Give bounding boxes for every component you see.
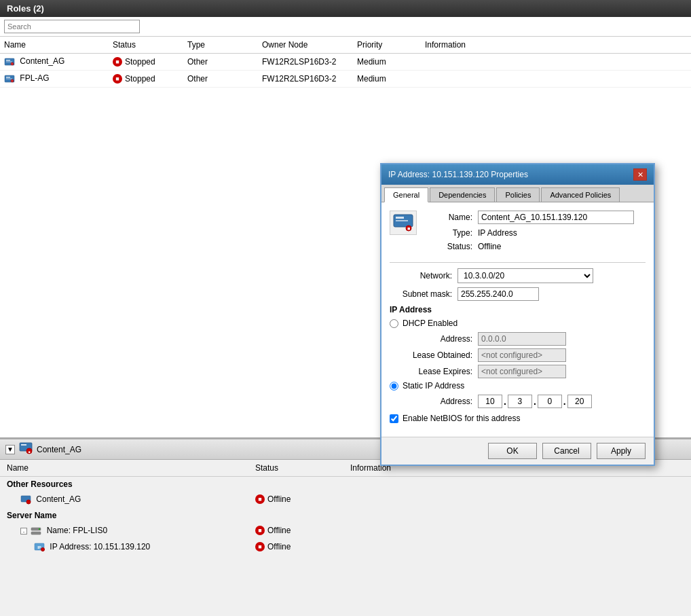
col-header-type: Type — [183, 39, 258, 51]
lease-expires-row: Lease Expires: — [390, 365, 646, 378]
static-address-row: Address: . . . — [390, 395, 646, 408]
tab-general[interactable]: General — [384, 187, 428, 202]
name-row: Name: — [424, 211, 634, 224]
ip-address-name: IP IP Address: 10.151.139.120 — [0, 541, 251, 554]
dialog-tabs: General Dependencies Policies Advanced P… — [381, 185, 654, 202]
row1-owner: FW12R2LSP16D3-2 — [258, 56, 353, 68]
col-header-name: Name — [0, 39, 109, 51]
dialog-fields: Name: Type: IP Address Status: Offline — [424, 211, 634, 255]
col-header-info: Information — [421, 39, 691, 51]
row2-info — [421, 77, 691, 80]
table-row[interactable]: ! FPL-AG ■ Stopped Other FW12R2LSP16D3-2… — [0, 71, 691, 88]
row1-type: Other — [183, 56, 258, 68]
stop-icon: ■ — [113, 74, 122, 84]
svg-point-28 — [41, 548, 45, 551]
dialog-icon-row: ■ Name: Type: IP Address Status: Offline — [390, 211, 646, 255]
table-header: Name Status Type Owner Node Priority Inf… — [0, 37, 691, 54]
close-button[interactable]: ✕ — [633, 168, 647, 181]
ip-input-group: . . . — [478, 395, 592, 408]
dialog-title-bar: IP Address: 10.151.139.120 Properties ✕ — [381, 164, 654, 185]
apply-button[interactable]: Apply — [597, 443, 646, 459]
ip-dot-2: . — [534, 396, 536, 407]
server-icon — [31, 526, 46, 535]
subnet-label: Subnet mask: — [390, 289, 457, 299]
expand-button[interactable]: ▼ — [5, 445, 15, 454]
other-resources-header: Other Resources — [0, 477, 691, 492]
subnet-row: Subnet mask: — [390, 287, 646, 301]
bottom-row-content-ag[interactable]: Content_AG ■ Offline — [0, 492, 691, 508]
svg-text:■: ■ — [28, 450, 30, 454]
cancel-button[interactable]: Cancel — [542, 443, 591, 459]
col-header-owner: Owner Node — [258, 39, 353, 51]
ip-address-info — [346, 545, 691, 548]
bottom-row-ip-address[interactable]: IP IP Address: 10.151.139.120 ■ Offline — [0, 539, 691, 556]
svg-text:IP: IP — [37, 545, 41, 549]
netbios-row: Enable NetBIOS for this address — [390, 414, 646, 423]
status-row: Status: Offline — [424, 242, 634, 251]
table-row[interactable]: ! Content_AG ■ Stopped Other FW12R2LSP16… — [0, 54, 691, 71]
address-label: Address: — [403, 334, 478, 344]
dhcp-row: DHCP Enabled — [390, 319, 646, 328]
bottom-row-fpl-lis0[interactable]: - Name: FPL-LIS0 ■ Offline — [0, 523, 691, 539]
tab-advanced-policies[interactable]: Advanced Policies — [541, 187, 620, 202]
stop-icon-sm: ■ — [255, 494, 265, 504]
static-radio[interactable] — [390, 382, 398, 391]
dhcp-address-input[interactable] — [478, 332, 566, 346]
name-label: Name: — [424, 213, 478, 222]
type-value: IP Address — [478, 228, 517, 238]
ip-icon: IP — [34, 542, 50, 551]
dialog-footer: OK Cancel Apply — [381, 437, 654, 465]
lease-expires-input[interactable] — [478, 365, 566, 378]
subnet-input[interactable] — [457, 287, 539, 301]
address-row: Address: — [390, 332, 646, 346]
type-label: Type: — [424, 228, 478, 238]
svg-text:■: ■ — [407, 226, 410, 231]
tab-policies[interactable]: Policies — [496, 187, 540, 202]
bottom-title: Content_AG — [37, 445, 81, 454]
panel-title: Roles (2) — [7, 3, 44, 14]
dialog-title: IP Address: 10.151.139.120 Properties — [388, 170, 528, 179]
static-address-label: Address: — [403, 397, 478, 406]
dhcp-label: DHCP Enabled — [403, 319, 457, 328]
bottom-col-name: Name — [0, 462, 251, 474]
dhcp-radio[interactable] — [390, 319, 398, 328]
lease-obtained-row: Lease Obtained: — [390, 348, 646, 362]
network-row: Network: 10.3.0.0/20 — [390, 268, 646, 283]
fpl-lis0-info — [346, 529, 691, 532]
svg-text:!: ! — [12, 62, 12, 66]
svg-text:!: ! — [12, 79, 12, 83]
svg-rect-1 — [6, 60, 10, 61]
ip-octet-4[interactable] — [567, 395, 592, 408]
ok-button[interactable]: OK — [488, 443, 537, 459]
resource-icon: ■ — [390, 211, 417, 235]
row2-type: Other — [183, 73, 258, 85]
row1-priority: Medium — [353, 56, 421, 68]
netbios-checkbox[interactable] — [390, 414, 398, 423]
resource-icon-sm — [20, 494, 36, 504]
ip-dot-1: . — [504, 396, 506, 407]
svg-rect-24 — [31, 532, 41, 535]
bottom-col-status: Status — [251, 462, 346, 474]
ip-octet-1[interactable] — [478, 395, 502, 408]
search-input[interactable] — [4, 20, 140, 33]
network-select[interactable]: 10.3.0.0/20 — [457, 268, 593, 283]
svg-point-20 — [26, 500, 31, 504]
ip-octet-3[interactable] — [538, 395, 562, 408]
row2-priority: Medium — [353, 73, 421, 85]
row1-name: ! Content_AG — [0, 55, 109, 69]
fpl-lis0-name: - Name: FPL-LIS0 — [0, 524, 251, 537]
network-label: Network: — [390, 271, 457, 280]
col-header-priority: Priority — [353, 39, 421, 51]
ip-octet-2[interactable] — [508, 395, 532, 408]
row2-owner: FW12R2LSP16D3-2 — [258, 73, 353, 85]
bottom-icon: ■ — [19, 442, 33, 456]
fpl-lis0-status: ■ Offline — [251, 524, 346, 537]
divider — [390, 262, 646, 263]
stop-icon-sm: ■ — [255, 526, 265, 535]
dialog-body: ■ Name: Type: IP Address Status: Offline — [381, 202, 654, 437]
stop-icon: ■ — [113, 57, 122, 67]
lease-obtained-input[interactable] — [478, 348, 566, 362]
name-input[interactable] — [478, 211, 634, 224]
top-panel: Roles (2) Name Status Type Owner Node Pr… — [0, 0, 691, 438]
tab-dependencies[interactable]: Dependencies — [430, 187, 495, 202]
